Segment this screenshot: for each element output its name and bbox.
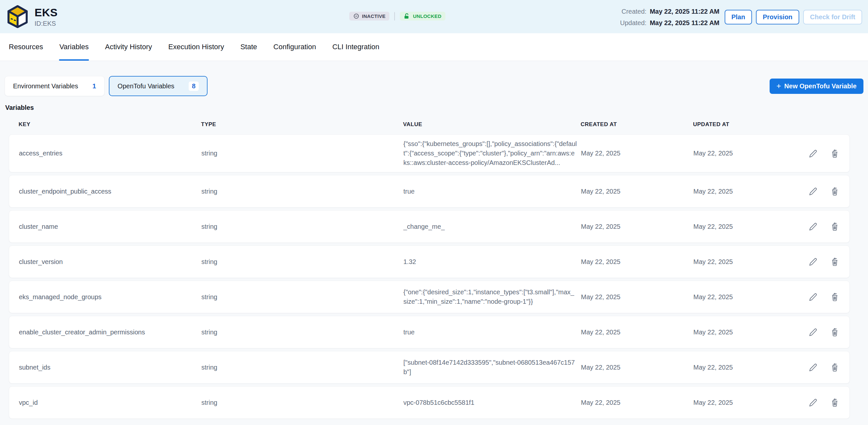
edit-variable-button[interactable] [808, 186, 818, 196]
delete-variable-button[interactable] [830, 222, 840, 232]
edit-variable-button[interactable] [808, 327, 818, 337]
trash-icon [830, 292, 840, 302]
delete-variable-button[interactable] [830, 398, 840, 407]
table-row: cluster_name string _change_me_ May 22, … [9, 210, 850, 243]
pencil-icon [808, 398, 818, 407]
subtab-environment-variables[interactable]: Environment Variables 1 [5, 76, 104, 96]
variable-type: string [202, 223, 403, 231]
edit-variable-button[interactable] [808, 398, 818, 407]
trash-icon [830, 222, 840, 232]
plan-button[interactable]: Plan [725, 10, 752, 25]
check-for-drift-button[interactable]: Check for Drift [803, 10, 862, 25]
tab-state[interactable]: State [232, 33, 265, 61]
trash-icon [830, 327, 840, 337]
badge-divider [394, 12, 395, 21]
delete-variable-button[interactable] [830, 186, 840, 196]
timestamps: Created: May 22, 2025 11:22 AM Updated: … [620, 8, 719, 31]
main-content: Environment Variables 1 OpenTofu Variabl… [0, 61, 868, 419]
column-header-type: TYPE [201, 121, 403, 128]
variable-value: true [403, 328, 581, 337]
variable-value: {"one":{"desired_size":1,"instance_types… [403, 287, 581, 306]
column-header-created-at: CREATED AT [581, 121, 693, 128]
table-row: access_entries string {"sso":{"kubernete… [9, 134, 850, 173]
opentofu-variables-count: 8 [189, 82, 199, 91]
tab-configuration[interactable]: Configuration [265, 33, 324, 61]
brand: EKS ID:EKS [6, 5, 58, 28]
pencil-icon [808, 222, 818, 232]
edit-variable-button[interactable] [808, 292, 818, 302]
trash-icon [830, 362, 840, 372]
delete-variable-button[interactable] [830, 257, 840, 267]
table-row: vpc_id string vpc-078b51c6cbc5581f1 May … [9, 386, 850, 419]
variables-table: KEY TYPE VALUE CREATED AT UPDATED AT acc… [9, 112, 850, 419]
created-at: May 22, 2025 [581, 150, 693, 157]
variable-key: cluster_endpoint_public_access [19, 188, 202, 195]
trash-icon [830, 398, 840, 407]
edit-variable-button[interactable] [808, 362, 818, 372]
tab-resources[interactable]: Resources [1, 33, 51, 61]
page-title: EKS [34, 6, 58, 19]
delete-variable-button[interactable] [830, 362, 840, 372]
tab-cli-integration[interactable]: CLI Integration [324, 33, 388, 61]
tab-activity-history[interactable]: Activity History [97, 33, 160, 61]
created-at: May 22, 2025 [581, 293, 693, 301]
table-row: cluster_endpoint_public_access string tr… [9, 175, 850, 208]
delete-variable-button[interactable] [830, 149, 840, 158]
column-header-value: VALUE [403, 121, 581, 128]
created-at: May 22, 2025 [581, 258, 693, 266]
updated-at: May 22, 2025 [693, 364, 806, 371]
pencil-icon [808, 257, 818, 267]
edit-variable-button[interactable] [808, 257, 818, 267]
pencil-icon [808, 149, 818, 158]
status-badge-inactive: INACTIVE [349, 12, 390, 21]
trash-icon [830, 257, 840, 267]
variable-value: vpc-078b51c6cbc5581f1 [403, 398, 581, 407]
environment-variables-count: 1 [93, 83, 96, 90]
subtab-opentofu-variables[interactable]: OpenTofu Variables 8 [109, 76, 208, 96]
variable-key: cluster_name [19, 223, 202, 231]
variable-value: {"sso":{"kubernetes_groups":[],"policy_a… [403, 139, 581, 168]
variable-key: subnet_ids [19, 364, 202, 371]
delete-variable-button[interactable] [830, 327, 840, 337]
created-at: May 22, 2025 [581, 399, 693, 406]
updated-label: Updated: [620, 19, 646, 27]
trash-icon [830, 149, 840, 158]
plus-icon: + [776, 83, 781, 89]
updated-at: May 22, 2025 [693, 329, 806, 336]
created-at: May 22, 2025 [581, 223, 693, 231]
tab-variables[interactable]: Variables [51, 33, 97, 61]
created-at: May 22, 2025 [581, 188, 693, 195]
updated-at: May 22, 2025 [693, 223, 806, 231]
pencil-icon [808, 186, 818, 196]
variable-value: 1.32 [403, 257, 581, 267]
variable-value: _change_me_ [403, 222, 581, 232]
variable-key: eks_managed_node_groups [19, 293, 202, 301]
app-logo-cube-icon [6, 5, 29, 28]
created-at: May 22, 2025 [581, 364, 693, 371]
variable-key: vpc_id [19, 399, 202, 406]
updated-at: May 22, 2025 [693, 188, 806, 195]
table-row: enable_cluster_creator_admin_permissions… [9, 316, 850, 348]
top-header: EKS ID:EKS INACTIVE UNLOCKED Created: Ma… [0, 0, 868, 33]
edit-variable-button[interactable] [808, 149, 818, 158]
updated-at: May 22, 2025 [693, 258, 806, 266]
edit-variable-button[interactable] [808, 222, 818, 232]
variable-value: true [403, 187, 581, 196]
variable-type: string [202, 150, 403, 157]
column-header-updated-at: UPDATED AT [693, 121, 805, 128]
delete-variable-button[interactable] [830, 292, 840, 302]
lock-status-badge: UNLOCKED [400, 12, 445, 21]
new-opentofu-variable-button[interactable]: + New OpenTofu Variable [770, 79, 863, 94]
trash-icon [830, 186, 840, 196]
variable-value: ["subnet-08f14e7142d333595","subnet-0680… [403, 358, 581, 377]
status-badges: INACTIVE UNLOCKED [349, 12, 445, 21]
table-header: KEY TYPE VALUE CREATED AT UPDATED AT [9, 112, 850, 134]
variable-key: access_entries [19, 150, 202, 157]
main-tab-bar: Resources Variables Activity History Exe… [0, 33, 868, 61]
created-at: May 22, 2025 [581, 329, 693, 336]
variable-type: string [202, 329, 403, 336]
section-title: Variables [5, 104, 863, 112]
provision-button[interactable]: Provision [756, 10, 799, 25]
pencil-icon [808, 292, 818, 302]
tab-execution-history[interactable]: Execution History [160, 33, 232, 61]
